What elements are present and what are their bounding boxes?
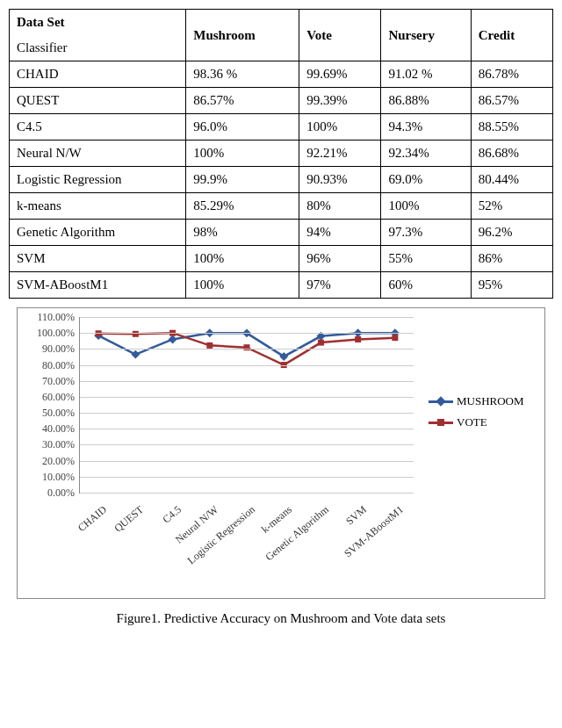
diamond-icon	[429, 400, 453, 403]
x-tick-label: CHAID	[76, 503, 110, 535]
cell-value: 86.78%	[471, 61, 552, 88]
chart-legend: MUSHROOM VOTE	[429, 387, 524, 436]
y-tick-label: 40.00%	[24, 422, 75, 436]
cell-value: 99.39%	[299, 88, 381, 114]
table-row: C4.596.0%100%94.3%88.55%	[10, 114, 553, 141]
row-label: SVM-ABoostM1	[10, 272, 186, 299]
row-label: SVM	[10, 246, 186, 272]
col-mushroom: Mushroom	[186, 10, 299, 61]
cell-value: 96.0%	[186, 114, 299, 141]
cell-value: 86.68%	[471, 141, 552, 167]
legend-vote-label: VOTE	[457, 415, 487, 429]
cell-value: 88.55%	[471, 114, 552, 141]
square-icon	[429, 422, 453, 424]
cell-value: 97.3%	[381, 220, 471, 246]
y-tick-label: 20.00%	[24, 454, 75, 467]
cell-value: 80.44%	[471, 167, 552, 193]
cell-value: 96%	[299, 246, 381, 272]
legend-mushroom-label: MUSHROOM	[457, 394, 524, 408]
x-tick-label: SVM	[343, 503, 370, 528]
accuracy-chart: 0.00%10.00%20.00%30.00%40.00%50.00%60.00…	[17, 307, 545, 599]
cell-value: 94.3%	[381, 114, 471, 141]
x-tick-label: Logistic Regression	[185, 503, 258, 567]
row-label: Logistic Regression	[10, 167, 186, 193]
col-nursery: Nursery	[381, 10, 471, 61]
cell-value: 69.0%	[381, 167, 471, 193]
cell-value: 96.2%	[471, 220, 552, 246]
table-row: k-means85.29%80%100%52%	[10, 193, 553, 220]
table-row: Genetic Algorithm98%94%97.3%96.2%	[10, 220, 553, 246]
svg-rect-10	[133, 331, 139, 337]
cell-value: 94%	[299, 220, 381, 246]
row-label: QUEST	[10, 88, 186, 114]
cell-value: 99.69%	[299, 61, 381, 88]
cell-value: 100%	[186, 141, 299, 167]
table-row: QUEST86.57%99.39%86.88%86.57%	[10, 88, 553, 114]
row-label: Genetic Algorithm	[10, 220, 186, 246]
y-tick-label: 100.00%	[24, 327, 75, 340]
table-row: SVM-ABoostM1100%97%60%95%	[10, 272, 553, 299]
y-tick-label: 80.00%	[24, 358, 75, 371]
cell-value: 100%	[381, 193, 471, 220]
cell-value: 98.36 %	[186, 61, 299, 88]
cell-value: 92.21%	[299, 141, 381, 167]
svg-rect-15	[318, 340, 324, 346]
svg-rect-12	[206, 342, 213, 349]
y-tick-label: 10.00%	[24, 470, 75, 483]
cell-value: 55%	[381, 246, 471, 272]
y-tick-label: 70.00%	[24, 374, 75, 387]
svg-rect-17	[392, 335, 398, 341]
table-row: Logistic Regression99.9%90.93%69.0%80.44…	[10, 167, 553, 193]
cell-value: 99.9%	[186, 167, 299, 193]
table-row: Neural N/W100%92.21%92.34%86.68%	[10, 141, 553, 167]
legend-mushroom: MUSHROOM	[429, 394, 524, 408]
cell-value: 85.29%	[186, 193, 299, 220]
y-tick-label: 50.00%	[24, 407, 75, 420]
cell-value: 95%	[471, 272, 552, 299]
row-label: CHAID	[10, 61, 186, 88]
row-label: Neural N/W	[10, 141, 186, 167]
cell-value: 86.57%	[186, 88, 299, 114]
cell-value: 97%	[299, 272, 381, 299]
header-dataset: Data Set	[10, 10, 186, 36]
cell-value: 100%	[186, 272, 299, 299]
svg-rect-16	[355, 336, 361, 342]
y-tick-label: 60.00%	[24, 390, 75, 403]
cell-value: 86.88%	[381, 88, 471, 114]
accuracy-table: Data Set Mushroom Vote Nursery Credit Cl…	[9, 9, 553, 299]
cell-value: 100%	[299, 114, 381, 141]
figure-caption: Figure1. Predictive Accuracy on Mushroom…	[9, 611, 553, 626]
cell-value: 90.93%	[299, 167, 381, 193]
y-tick-label: 90.00%	[24, 342, 75, 356]
cell-value: 52%	[471, 193, 552, 220]
cell-value: 100%	[186, 246, 299, 272]
cell-value: 92.34%	[381, 141, 471, 167]
y-tick-label: 0.00%	[24, 487, 75, 500]
x-tick-label: C4.5	[160, 503, 184, 526]
table-row: SVM100%96%55%86%	[10, 246, 553, 272]
cell-value: 86%	[471, 246, 552, 272]
svg-rect-1	[131, 350, 140, 359]
cell-value: 60%	[381, 272, 471, 299]
cell-value: 91.02 %	[381, 61, 471, 88]
table-row: CHAID98.36 %99.69%91.02 %86.78%	[10, 61, 553, 88]
row-label: k-means	[10, 193, 186, 220]
y-tick-label: 30.00%	[24, 438, 75, 451]
header-classifier: Classifier	[10, 35, 186, 61]
svg-rect-2	[169, 335, 177, 344]
col-credit: Credit	[471, 10, 552, 61]
col-vote: Vote	[299, 10, 381, 61]
cell-value: 98%	[186, 220, 299, 246]
legend-vote: VOTE	[429, 415, 524, 429]
x-tick-label: QUEST	[112, 503, 147, 535]
row-label: C4.5	[10, 114, 186, 141]
cell-value: 86.57%	[471, 88, 552, 114]
cell-value: 80%	[299, 193, 381, 220]
y-tick-label: 110.00%	[24, 311, 75, 324]
